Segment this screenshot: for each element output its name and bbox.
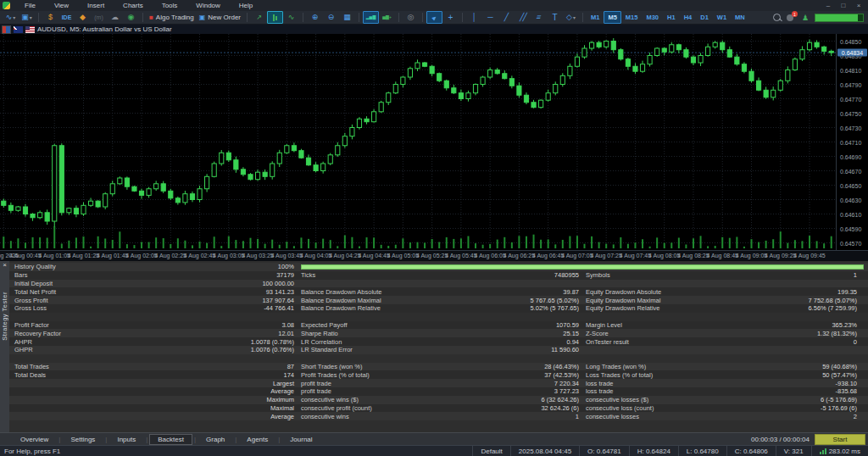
- timeframe-mn[interactable]: MN: [731, 11, 749, 24]
- tester-row[interactable]: [9, 313, 868, 321]
- notification-badge: 1: [792, 11, 798, 17]
- search-icon[interactable]: [773, 14, 781, 21]
- vps-button[interactable]: (m): [91, 11, 107, 24]
- metric-label: Total Deals: [14, 371, 46, 379]
- indicators-button[interactable]: ▂▅▇: [363, 11, 379, 24]
- timeframe-h1[interactable]: H1: [663, 11, 680, 24]
- metric-label: profit trade: [301, 380, 331, 387]
- metric-value: 1: [354, 413, 579, 420]
- tile-windows-button[interactable]: ▦: [339, 11, 355, 24]
- metric-value: -44 766.41: [52, 304, 294, 312]
- tester-row[interactable]: Gross Profit137 907.64Balance Drawdown M…: [9, 296, 868, 304]
- metric-value: 5.02% (5 767.65): [386, 304, 579, 312]
- time-tick-label: 4 Aug 03:05: [213, 253, 244, 259]
- timeframe-m30[interactable]: M30: [642, 11, 663, 24]
- timeframe-w1[interactable]: W1: [713, 11, 731, 24]
- metaeditor-button[interactable]: IDE: [58, 11, 75, 24]
- trendline-button[interactable]: ╱: [498, 11, 515, 24]
- line-chart-button[interactable]: ∿: [283, 11, 299, 24]
- horizontal-line-button[interactable]: ─: [482, 11, 498, 24]
- notifications-button[interactable]: 1: [787, 13, 796, 22]
- tester-row[interactable]: GHPR1.0076 (0.76%)LR Standard Error11 59…: [9, 346, 868, 354]
- tester-row[interactable]: Initial Deposit100 000.00: [9, 280, 868, 288]
- community-button[interactable]: ◉: [123, 11, 139, 24]
- menu-help[interactable]: Help: [230, 1, 262, 10]
- close-button[interactable]: ×: [854, 2, 863, 9]
- menu-file[interactable]: File: [15, 1, 45, 10]
- market-button[interactable]: ◆: [75, 11, 91, 24]
- price-axis[interactable]: 0.648500.648300.648100.647900.647700.647…: [836, 34, 868, 250]
- tester-row[interactable]: Bars37179Ticks7480955Symbols1: [9, 271, 868, 280]
- tab-inputs[interactable]: Inputs: [108, 434, 144, 445]
- cursor-button[interactable]: ▶: [426, 11, 442, 24]
- tester-row[interactable]: Profit Factor3.08Expected Payoff1070.59M…: [9, 321, 868, 330]
- tester-row[interactable]: AHPR1.0078 (0.78%)LR Correlation0.94OnTe…: [9, 337, 868, 346]
- metric-value: 87: [54, 363, 294, 370]
- tester-row[interactable]: Total Deals174Profit Trades (% of total)…: [9, 370, 868, 379]
- equidistant-channel-button[interactable]: ≡: [529, 11, 549, 24]
- menu-tools[interactable]: Tools: [153, 1, 187, 10]
- tester-row[interactable]: Maximalconsecutive profit (count)32 624.…: [9, 404, 868, 413]
- tab-journal[interactable]: Journal: [281, 434, 320, 445]
- vertical-line-button[interactable]: │: [466, 11, 482, 24]
- tester-row[interactable]: Gross Loss-44 766.41Balance Drawdown Rel…: [9, 304, 868, 313]
- metric-label: Profit Trades (% of total): [301, 371, 370, 379]
- tab-agents[interactable]: Agents: [238, 434, 276, 445]
- tester-row[interactable]: Recovery Factor12.01Sharpe Ratio25.15Z-S…: [9, 329, 868, 337]
- algo-trading-button[interactable]: ■Algo Trading: [147, 11, 197, 24]
- text-tool-button[interactable]: T: [547, 11, 563, 24]
- timeframe-d1[interactable]: D1: [696, 11, 713, 24]
- timeframe-h4[interactable]: H4: [680, 11, 697, 24]
- metric-label: Expected Payoff: [301, 321, 347, 329]
- start-button[interactable]: Start: [815, 434, 865, 445]
- profiles-button[interactable]: ▣▾: [19, 11, 35, 24]
- shapes-button[interactable]: ◇▾: [563, 11, 579, 24]
- tester-row[interactable]: Total Trades87Short Trades (won %)28 (46…: [9, 363, 868, 371]
- menu-window[interactable]: Window: [186, 1, 229, 10]
- time-axis[interactable]: 4 Aug 20254 Aug 00:454 Aug 01:054 Aug 01…: [0, 250, 868, 261]
- zoom-in-button[interactable]: ⊕: [307, 11, 323, 24]
- chart-area: 0.648500.648300.648100.647900.647700.647…: [0, 34, 868, 250]
- candlestick-chart[interactable]: [0, 34, 836, 250]
- metric-value: 0.94: [347, 338, 579, 346]
- strategy-tester-side-tab[interactable]: × Strategy Tester: [0, 261, 9, 445]
- zoom-out-button[interactable]: ⊖: [323, 11, 339, 24]
- chevron-down-icon: ▾: [573, 15, 576, 20]
- tab-settings[interactable]: Settings: [62, 434, 103, 445]
- symbols-button[interactable]: $: [42, 11, 58, 24]
- tester-row[interactable]: Averageconsecutive wins1consecutive loss…: [9, 412, 868, 420]
- tester-row[interactable]: History Quality100%: [9, 263, 868, 271]
- data-progress-bar: [815, 14, 864, 22]
- tester-row[interactable]: [9, 354, 868, 363]
- restore-button[interactable]: □: [839, 2, 848, 9]
- close-panel-icon[interactable]: ×: [3, 261, 7, 270]
- time-tick-label: 4 Aug 07:45: [620, 253, 651, 259]
- tab-backtest[interactable]: Backtest: [149, 434, 192, 445]
- tester-row[interactable]: Total Net Profit93 141.23Balance Drawdow…: [9, 287, 868, 296]
- new-order-button[interactable]: ▣New Order: [197, 11, 243, 24]
- cloud-button[interactable]: ☁: [107, 11, 123, 24]
- tester-row[interactable]: Largestprofit trade7 220.34loss trade-93…: [9, 379, 868, 387]
- minimize-button[interactable]: –: [824, 2, 832, 9]
- profile-name[interactable]: Default: [472, 446, 509, 456]
- candlestick-chart-button[interactable]: [267, 11, 283, 24]
- tab-overview[interactable]: Overview: [12, 434, 57, 445]
- tab-separator: |: [146, 436, 147, 443]
- menu-view[interactable]: View: [45, 1, 78, 10]
- timeframe-m5[interactable]: M5: [604, 11, 620, 24]
- time-tick-label: 4 Aug 04:25: [329, 253, 360, 259]
- indicator-add-button[interactable]: ▅▇+: [379, 11, 395, 24]
- chart-type-button[interactable]: ∿▾: [3, 11, 19, 24]
- tick-chart-button[interactable]: ↗: [251, 11, 267, 24]
- menu-charts[interactable]: Charts: [114, 1, 153, 10]
- time-tick-label: 4 Aug 06:05: [474, 253, 505, 259]
- australia-flag-icon: [14, 26, 23, 33]
- timeframe-m1[interactable]: M1: [587, 11, 604, 24]
- tab-graph[interactable]: Graph: [198, 434, 233, 445]
- chart-shot-button[interactable]: ◎: [403, 11, 419, 24]
- menu-insert[interactable]: Insert: [78, 1, 114, 10]
- timeframe-m15[interactable]: M15: [621, 11, 643, 24]
- tester-row[interactable]: Maximumconsecutive wins ($)6 (32 624.26)…: [9, 396, 868, 404]
- tester-row[interactable]: Averageprofit trade3 727.23loss trade-83…: [9, 387, 868, 396]
- crosshair-button[interactable]: +: [442, 11, 459, 24]
